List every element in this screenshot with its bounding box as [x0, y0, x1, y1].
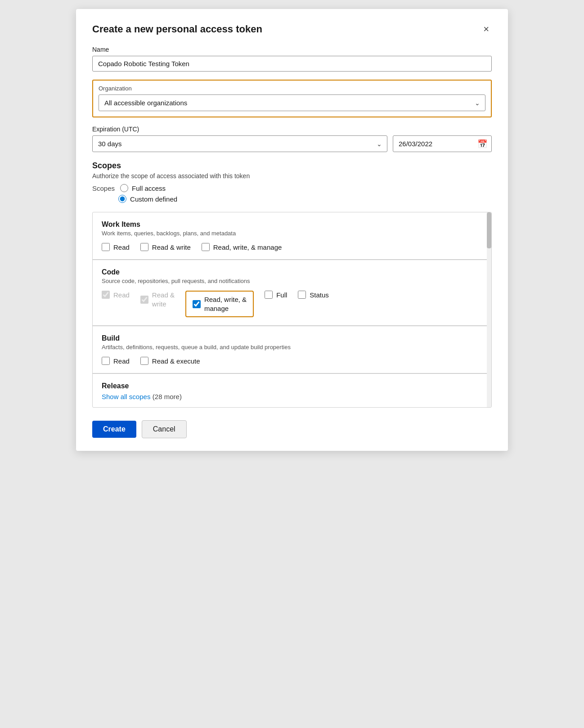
build-read-label: Read: [113, 357, 130, 365]
wi-rwm-label: Read, write, & manage: [213, 243, 282, 251]
full-access-label: Full access: [132, 184, 166, 192]
scopes-radio-group: Scopes Full access Scopes Custom defined: [92, 184, 492, 203]
work-items-desc: Work items, queries, backlogs, plans, an…: [102, 230, 482, 237]
wi-rwm-item[interactable]: Read, write, & manage: [202, 243, 282, 251]
name-label: Name: [92, 46, 492, 53]
scope-full-access-option[interactable]: Scopes Full access: [92, 184, 492, 192]
scrollbar-track: [487, 212, 491, 407]
code-read-checkbox: [102, 291, 110, 299]
footer-buttons: Create Cancel: [92, 420, 492, 438]
wi-read-item[interactable]: Read: [102, 243, 130, 251]
scopes-section: Scopes Authorize the scope of access ass…: [92, 161, 492, 203]
cancel-button[interactable]: Cancel: [142, 420, 187, 438]
expiry-label: Expiration (UTC): [92, 126, 492, 133]
code-desc: Source code, repositories, pull requests…: [102, 278, 482, 284]
custom-defined-label: Custom defined: [130, 195, 177, 203]
name-input[interactable]: [92, 56, 492, 72]
build-title: Build: [102, 334, 482, 342]
work-items-title: Work Items: [102, 220, 482, 229]
scope-custom-defined-option[interactable]: Scopes Custom defined: [92, 195, 492, 203]
code-full-checkbox[interactable]: [265, 291, 273, 299]
modal-title: Create a new personal access token: [92, 23, 262, 35]
code-rwm-item[interactable]: Read, write, & manage: [185, 291, 254, 317]
code-status-label: Status: [310, 291, 329, 299]
code-title: Code: [102, 268, 482, 276]
build-read-item[interactable]: Read: [102, 357, 130, 365]
build-desc: Artifacts, definitions, requests, queue …: [102, 344, 482, 351]
code-category: Code Source code, repositories, pull req…: [93, 260, 491, 326]
custom-defined-radio[interactable]: [118, 195, 126, 203]
work-items-options: Read Read & write Read, write, & manage: [102, 243, 482, 251]
more-count: (28 more): [153, 393, 182, 400]
expiry-days-select[interactable]: 30 days 60 days 90 days Custom: [92, 135, 387, 152]
org-select[interactable]: All accessible organizations: [99, 94, 485, 111]
wi-readwrite-checkbox[interactable]: [140, 243, 148, 251]
code-full-item[interactable]: Full: [265, 291, 287, 299]
wi-readwrite-label: Read & write: [152, 243, 191, 251]
modal-create-pat: Create a new personal access token × Nam…: [76, 9, 508, 451]
build-readexecute-checkbox[interactable]: [140, 357, 148, 365]
release-title: Release: [102, 382, 482, 390]
organization-section: Organization All accessible organization…: [92, 80, 492, 117]
scopes-table: Work Items Work items, queries, backlogs…: [92, 212, 492, 408]
code-options: Read Read & write Read, write, & ma: [102, 291, 482, 317]
release-category: Release Show all scopes (28 more): [93, 374, 491, 407]
scrollbar-thumb[interactable]: [487, 212, 491, 248]
code-read-item[interactable]: Read: [102, 291, 130, 299]
build-readexecute-item[interactable]: Read & execute: [140, 357, 200, 365]
work-items-category: Work Items Work items, queries, backlogs…: [93, 212, 491, 260]
scopes-table-inner: Work Items Work items, queries, backlogs…: [93, 212, 491, 407]
wi-rwm-checkbox[interactable]: [202, 243, 210, 251]
expiry-date-wrapper: 📅: [393, 135, 492, 152]
code-rwm-checkbox[interactable]: [193, 300, 201, 308]
close-button[interactable]: ×: [481, 23, 492, 35]
modal-header: Create a new personal access token ×: [92, 23, 492, 35]
build-read-checkbox[interactable]: [102, 357, 110, 365]
wi-readwrite-item[interactable]: Read & write: [140, 243, 191, 251]
scopes-description: Authorize the scope of access associated…: [92, 172, 492, 180]
create-button[interactable]: Create: [92, 421, 136, 438]
build-readexecute-label: Read & execute: [152, 357, 200, 365]
org-select-wrapper: All accessible organizations ⌄: [99, 94, 485, 111]
wi-read-label: Read: [113, 243, 130, 251]
expiry-date-input[interactable]: [393, 135, 492, 152]
code-full-label: Full: [276, 291, 287, 299]
code-status-checkbox[interactable]: [298, 291, 306, 299]
code-status-item[interactable]: Status: [298, 291, 329, 299]
code-rwm-label: Read, write, & manage: [204, 295, 247, 313]
show-all-row: Show all scopes (28 more): [102, 393, 482, 401]
code-read-label: Read: [113, 291, 130, 299]
code-readwrite-item[interactable]: Read & write: [140, 291, 175, 308]
scopes-title: Scopes: [92, 161, 492, 171]
build-options: Read Read & execute: [102, 357, 482, 365]
expiry-section: Expiration (UTC) 30 days 60 days 90 days…: [92, 126, 492, 152]
name-section: Name: [92, 46, 492, 72]
code-readwrite-checkbox: [140, 296, 148, 304]
full-access-radio[interactable]: [120, 184, 128, 192]
expiry-row: 30 days 60 days 90 days Custom ⌄ 📅: [92, 135, 492, 152]
code-readwrite-label: Read & write: [152, 291, 175, 308]
org-label: Organization: [99, 85, 485, 92]
build-category: Build Artifacts, definitions, requests, …: [93, 326, 491, 373]
show-all-scopes-link[interactable]: Show all scopes: [102, 393, 150, 400]
wi-read-checkbox[interactable]: [102, 243, 110, 251]
scopes-label: Scopes: [92, 184, 115, 192]
expiry-days-wrapper: 30 days 60 days 90 days Custom ⌄: [92, 135, 387, 152]
